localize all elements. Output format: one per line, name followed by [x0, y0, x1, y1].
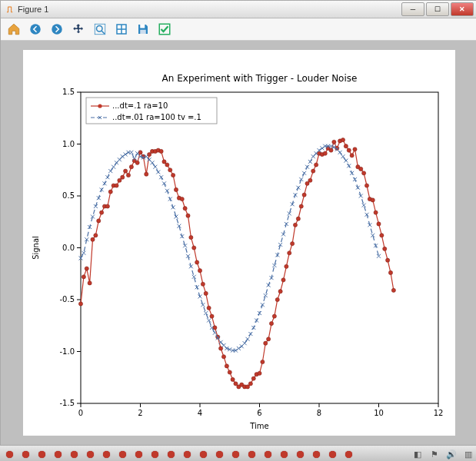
- svg-point-135: [347, 148, 351, 152]
- tray-icon[interactable]: ▥: [462, 448, 474, 460]
- back-button[interactable]: [27, 21, 44, 38]
- taskbar-item[interactable]: [276, 447, 291, 461]
- svg-rect-7: [122, 25, 126, 29]
- svg-point-144: [374, 211, 378, 214]
- svg-rect-6: [118, 25, 121, 29]
- taskbar-item[interactable]: [325, 447, 340, 461]
- svg-point-149: [388, 270, 392, 274]
- svg-point-59: [120, 175, 124, 179]
- svg-point-106: [260, 360, 264, 363]
- taskbar-item[interactable]: [98, 447, 114, 461]
- svg-text:2: 2: [138, 409, 142, 417]
- svg-point-95: [228, 370, 231, 374]
- maximize-button[interactable]: ☐: [426, 2, 449, 16]
- save-button[interactable]: [135, 21, 151, 38]
- check-button[interactable]: [156, 21, 173, 38]
- close-button[interactable]: ✕: [451, 2, 474, 16]
- svg-point-87: [204, 291, 208, 295]
- minimize-button[interactable]: ─: [401, 2, 424, 16]
- taskbar-item[interactable]: [211, 447, 227, 461]
- svg-point-46: [82, 275, 85, 279]
- svg-text:1.0: 1.0: [62, 140, 75, 148]
- svg-point-97: [233, 382, 237, 386]
- svg-point-102: [248, 382, 252, 386]
- tray-icon[interactable]: ◧: [411, 448, 424, 460]
- taskbar-item[interactable]: [2, 447, 17, 461]
- taskbar-item[interactable]: [34, 447, 49, 461]
- svg-point-3: [97, 26, 103, 32]
- svg-text:10: 10: [374, 409, 384, 417]
- svg-point-139: [358, 167, 362, 171]
- svg-point-47: [85, 267, 88, 270]
- forward-button[interactable]: [48, 21, 65, 38]
- svg-point-77: [174, 187, 178, 191]
- svg-point-62: [129, 165, 133, 169]
- svg-point-115: [287, 251, 291, 255]
- svg-point-117: [293, 223, 297, 227]
- pan-button[interactable]: [70, 21, 87, 38]
- svg-point-50: [93, 234, 97, 237]
- taskbar-item[interactable]: [147, 447, 162, 461]
- svg-point-89: [209, 314, 213, 318]
- svg-point-130: [331, 140, 335, 144]
- svg-point-110: [272, 314, 276, 318]
- svg-point-72: [159, 149, 163, 153]
- taskbar-item[interactable]: [131, 447, 146, 461]
- taskbar-item[interactable]: [18, 447, 33, 461]
- svg-point-76: [171, 173, 175, 177]
- svg-point-141: [364, 184, 368, 187]
- svg-point-73: [161, 160, 165, 164]
- svg-point-355: [98, 104, 102, 108]
- svg-rect-11: [140, 30, 146, 34]
- taskbar-item[interactable]: [195, 447, 211, 461]
- svg-point-48: [88, 281, 92, 285]
- svg-point-113: [281, 278, 285, 282]
- taskbar-item[interactable]: [163, 447, 178, 461]
- figure-window: ⎍ Figure 1 ─ ☐ ✕ 024681012-1.5-1.0-0.50.…: [0, 0, 476, 446]
- window-title: Figure 1: [18, 5, 400, 14]
- taskbar-item[interactable]: [341, 447, 356, 461]
- zoom-button[interactable]: [92, 21, 108, 38]
- home-button[interactable]: [5, 21, 22, 38]
- svg-line-4: [102, 31, 105, 34]
- svg-rect-8: [118, 30, 121, 34]
- svg-point-85: [198, 269, 201, 273]
- taskbar-item[interactable]: [179, 447, 195, 461]
- svg-text:-0.5: -0.5: [59, 295, 75, 303]
- svg-point-112: [278, 290, 282, 294]
- svg-point-75: [168, 168, 171, 172]
- svg-text:0.5: 0.5: [62, 191, 75, 200]
- svg-point-147: [382, 247, 386, 250]
- svg-point-145: [376, 222, 380, 226]
- taskbar-item[interactable]: [115, 447, 130, 461]
- svg-point-108: [266, 337, 270, 341]
- subplots-button[interactable]: [113, 21, 130, 38]
- taskbar-item[interactable]: [308, 447, 324, 461]
- svg-point-148: [385, 258, 389, 262]
- svg-point-79: [180, 197, 184, 201]
- taskbar-item[interactable]: [260, 447, 275, 461]
- taskbar-item[interactable]: [82, 447, 98, 461]
- svg-point-54: [105, 204, 109, 208]
- taskbar-item[interactable]: [292, 447, 308, 461]
- svg-point-118: [296, 217, 300, 221]
- svg-point-60: [123, 169, 127, 173]
- tray-icon[interactable]: ⚑: [428, 448, 441, 460]
- svg-point-58: [117, 178, 121, 182]
- svg-text:0: 0: [78, 409, 82, 417]
- svg-point-88: [207, 306, 211, 310]
- svg-point-57: [114, 184, 118, 187]
- svg-point-134: [344, 144, 348, 148]
- plot-figure: 024681012-1.5-1.0-0.50.00.51.01.5TimeSig…: [23, 50, 455, 436]
- taskbar-item[interactable]: [50, 447, 65, 461]
- svg-rect-9: [122, 30, 126, 34]
- taskbar-item[interactable]: [228, 447, 243, 461]
- taskbar-item[interactable]: [66, 447, 82, 461]
- svg-point-122: [308, 178, 311, 182]
- svg-text:8: 8: [316, 409, 321, 417]
- svg-point-96: [231, 377, 235, 381]
- svg-point-133: [341, 138, 345, 142]
- taskbar-item[interactable]: [244, 447, 259, 461]
- tray-icon[interactable]: 🔊: [445, 448, 458, 460]
- svg-point-52: [99, 211, 103, 214]
